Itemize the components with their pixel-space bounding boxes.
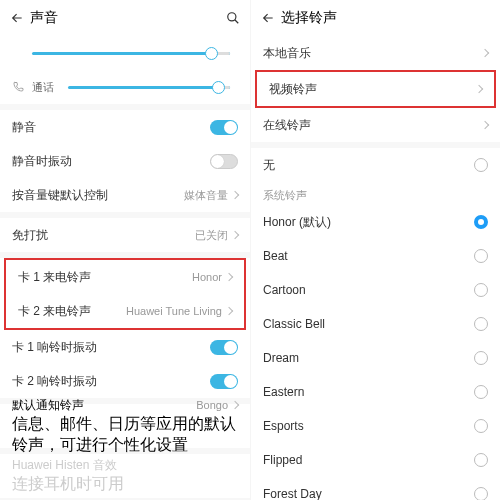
radio-selected-icon — [474, 215, 488, 229]
ringtone-none[interactable]: 无 — [251, 148, 500, 182]
chevron-right-icon — [231, 191, 239, 199]
toggle-on-icon — [210, 120, 238, 135]
radio-icon — [474, 317, 488, 331]
chevron-right-icon — [231, 231, 239, 239]
chevron-right-icon — [231, 401, 239, 409]
mute-toggle[interactable]: 静音 — [0, 110, 250, 144]
histen: Huawei Histen 音效 连接耳机时可用 — [0, 454, 250, 498]
toggle-on-icon — [210, 374, 238, 389]
online-ringtone[interactable]: 在线铃声 — [251, 108, 500, 142]
chevron-right-icon — [481, 49, 489, 57]
radio-icon — [474, 453, 488, 467]
ringtone-item[interactable]: Flipped — [251, 443, 500, 477]
ringtone-item[interactable]: Esports — [251, 409, 500, 443]
system-ringtones-header: 系统铃声 — [251, 182, 500, 205]
ringtone-item[interactable]: Dream — [251, 341, 500, 375]
radio-icon — [474, 249, 488, 263]
sim1-ringtone[interactable]: 卡 1 来电铃声Honor — [6, 260, 244, 294]
phone-icon — [12, 81, 24, 93]
page-title: 声音 — [30, 9, 226, 27]
chevron-right-icon — [225, 273, 233, 281]
ringtone-item[interactable]: Cartoon — [251, 273, 500, 307]
radio-icon — [474, 351, 488, 365]
back-icon[interactable] — [261, 11, 275, 25]
dnd[interactable]: 免打扰已关闭 — [0, 218, 250, 252]
svg-point-0 — [228, 13, 236, 21]
default-notification[interactable]: 默认通知铃声Bongo 信息、邮件、日历等应用的默认铃声，可进行个性化设置 — [0, 404, 250, 448]
radio-icon — [474, 419, 488, 433]
local-music[interactable]: 本地音乐 — [251, 36, 500, 70]
ringtone-item[interactable]: Eastern — [251, 375, 500, 409]
ringtone-item[interactable]: Forest Day — [251, 477, 500, 500]
chevron-right-icon — [481, 121, 489, 129]
ringtone-item[interactable]: Beat — [251, 239, 500, 273]
ringtone-item[interactable]: Honor (默认) — [251, 205, 500, 239]
sim2-ringtone[interactable]: 卡 2 来电铃声Huawei Tune Living — [6, 294, 244, 328]
chevron-right-icon — [225, 307, 233, 315]
toggle-off-icon — [210, 154, 238, 169]
call-volume[interactable]: 通话 — [0, 70, 250, 104]
back-icon[interactable] — [10, 11, 24, 25]
mute-vibrate-toggle[interactable]: 静音时振动 — [0, 144, 250, 178]
toggle-on-icon — [210, 340, 238, 355]
radio-icon — [474, 158, 488, 172]
video-ringtone[interactable]: 视频铃声 — [257, 72, 494, 106]
page-title: 选择铃声 — [281, 9, 490, 27]
ringtone-item[interactable]: Classic Bell — [251, 307, 500, 341]
radio-icon — [474, 385, 488, 399]
sim1-vibrate[interactable]: 卡 1 响铃时振动 — [0, 330, 250, 364]
search-icon[interactable] — [226, 11, 240, 25]
slider-unnamed[interactable] — [0, 36, 250, 70]
chevron-right-icon — [475, 85, 483, 93]
volume-key-control[interactable]: 按音量键默认控制媒体音量 — [0, 178, 250, 212]
sim2-vibrate[interactable]: 卡 2 响铃时振动 — [0, 364, 250, 398]
radio-icon — [474, 283, 488, 297]
radio-icon — [474, 487, 488, 500]
